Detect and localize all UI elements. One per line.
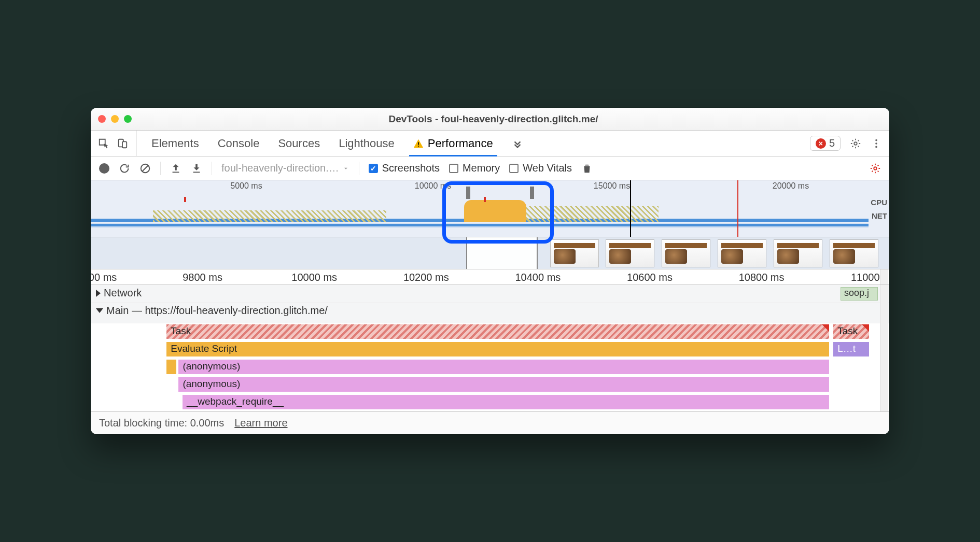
timeline-overview[interactable]: 5000 ms 10000 ms 15000 ms 20000 ms CPU N… xyxy=(91,180,889,237)
flame-evaluate-script[interactable]: Evaluate Script xyxy=(166,342,829,356)
flame-webpack-require[interactable]: __webpack_require__ xyxy=(183,395,829,409)
tab-console[interactable]: Console xyxy=(218,131,260,156)
tab-elements[interactable]: Elements xyxy=(151,131,199,156)
flame-segment[interactable] xyxy=(166,360,176,374)
minimize-window-button[interactable] xyxy=(111,115,119,123)
zoom-window-button[interactable] xyxy=(124,115,132,123)
error-count-badge[interactable]: × 5 xyxy=(810,136,841,151)
screenshot-thumb[interactable] xyxy=(830,239,878,267)
total-blocking-time: Total blocking time: 0.00ms xyxy=(99,417,224,429)
screenshot-thumb[interactable] xyxy=(774,239,822,267)
performance-toolbar: foul-heavenly-direction.… Screenshots Me… xyxy=(91,156,889,180)
overview-marker-black xyxy=(630,180,631,237)
summary-footer: Total blocking time: 0.00ms Learn more xyxy=(91,411,889,434)
window-controls xyxy=(98,115,132,123)
learn-more-link[interactable]: Learn more xyxy=(234,417,287,429)
more-tabs-icon[interactable] xyxy=(512,138,523,149)
flame-anonymous[interactable]: (anonymous) xyxy=(178,377,829,392)
record-button[interactable] xyxy=(99,163,109,174)
panel-tabs: Elements Console Sources Lighthouse Perf… xyxy=(91,131,889,156)
screenshots-filmstrip[interactable] xyxy=(91,237,889,269)
flame-layout[interactable]: L…t xyxy=(833,342,869,356)
memory-checkbox[interactable]: Memory xyxy=(449,162,500,174)
network-resource[interactable]: soop.j xyxy=(841,287,878,301)
overview-lane-labels: CPU NET xyxy=(871,196,887,223)
error-icon: × xyxy=(816,138,826,149)
webvitals-checkbox[interactable]: Web Vitals xyxy=(509,162,572,174)
device-toolbar-icon[interactable] xyxy=(117,138,128,149)
filmstrip-selection xyxy=(466,237,538,269)
flame-anonymous[interactable]: (anonymous) xyxy=(178,360,829,374)
tab-lighthouse[interactable]: Lighthouse xyxy=(339,131,395,156)
overview-cpu-lane xyxy=(91,195,869,222)
reload-record-icon[interactable] xyxy=(119,163,130,174)
chevron-right-icon xyxy=(96,290,101,297)
download-profile-icon[interactable] xyxy=(191,163,202,174)
vertical-scrollbar[interactable] xyxy=(880,285,888,411)
overview-selection-handle-right[interactable] xyxy=(530,187,534,199)
close-window-button[interactable] xyxy=(98,115,106,123)
overview-selection-handle-left[interactable] xyxy=(466,187,470,199)
profile-selector[interactable]: foul-heavenly-direction.… xyxy=(221,162,349,174)
screenshot-thumb[interactable] xyxy=(662,239,710,267)
detail-ruler[interactable]: 00 ms 9800 ms 10000 ms 10200 ms 10400 ms… xyxy=(91,269,889,285)
clear-icon[interactable] xyxy=(139,163,151,174)
upload-profile-icon[interactable] xyxy=(170,163,181,174)
flame-task[interactable]: Task xyxy=(166,324,829,339)
screenshot-thumb[interactable] xyxy=(718,239,766,267)
warning-icon xyxy=(413,138,424,149)
devtools-window: DevTools - foul-heavenly-direction.glitc… xyxy=(91,108,889,434)
kebab-menu-icon[interactable] xyxy=(871,138,882,149)
svg-point-4 xyxy=(854,142,857,145)
svg-line-9 xyxy=(143,165,148,171)
network-track-header[interactable]: Network soop.j xyxy=(91,285,889,303)
tab-sources[interactable]: Sources xyxy=(278,131,320,156)
svg-point-5 xyxy=(875,139,877,141)
screenshots-checkbox[interactable]: Screenshots xyxy=(369,162,440,174)
overview-net-lane xyxy=(91,223,869,228)
svg-rect-2 xyxy=(418,142,419,145)
titlebar: DevTools - foul-heavenly-direction.glitc… xyxy=(91,108,889,131)
flame-chart[interactable]: Network soop.j Main — https://foul-heave… xyxy=(91,285,889,411)
chevron-down-icon xyxy=(342,165,349,172)
horizontal-scrollbar[interactable] xyxy=(880,269,888,284)
svg-rect-1 xyxy=(122,141,127,148)
capture-settings-icon[interactable] xyxy=(870,163,881,174)
svg-point-12 xyxy=(874,167,877,170)
svg-point-6 xyxy=(875,142,877,145)
trash-icon[interactable] xyxy=(581,163,593,174)
window-title: DevTools - foul-heavenly-direction.glitc… xyxy=(137,113,850,125)
main-track-header[interactable]: Main — https://foul-heavenly-direction.g… xyxy=(91,303,889,323)
screenshot-thumb[interactable] xyxy=(550,239,599,267)
flame-task[interactable]: Task xyxy=(833,324,869,339)
overview-marker-red xyxy=(737,180,738,237)
settings-icon[interactable] xyxy=(850,138,861,149)
svg-rect-11 xyxy=(193,172,200,173)
chevron-down-icon xyxy=(96,308,103,313)
inspect-element-icon[interactable] xyxy=(98,138,109,149)
svg-rect-10 xyxy=(173,172,179,173)
svg-rect-3 xyxy=(418,146,419,147)
screenshot-thumb[interactable] xyxy=(606,239,654,267)
tab-performance[interactable]: Performance xyxy=(413,131,493,156)
svg-point-7 xyxy=(875,146,877,148)
